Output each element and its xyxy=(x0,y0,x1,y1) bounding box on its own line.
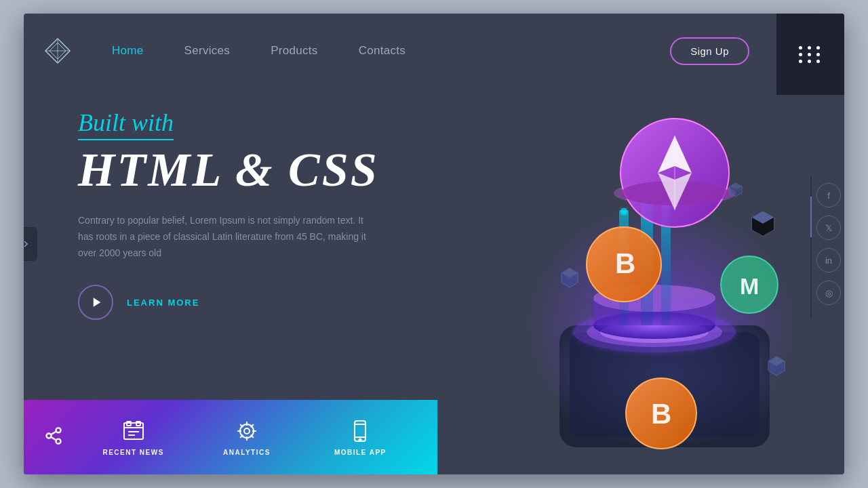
hero-content: Built with HTML & CSS Contrary to popula… xyxy=(24,102,475,400)
built-with-text: Built with xyxy=(78,108,174,140)
nav-contacts[interactable]: Contacts xyxy=(359,44,406,58)
nav-links: Home Services Products Contacts xyxy=(112,44,670,58)
social-sidebar: f 𝕏 in ◎ xyxy=(816,183,844,305)
svg-text:B: B xyxy=(651,398,671,430)
svg-line-52 xyxy=(51,437,56,441)
logo[interactable] xyxy=(44,37,71,64)
recent-news-item[interactable]: RECENT NEWS xyxy=(77,419,190,456)
bottom-bar: RECENT NEWS ANALYTICS xyxy=(24,400,437,474)
main-window: Home Services Products Contacts Sign Up … xyxy=(24,14,844,474)
recent-news-label: RECENT NEWS xyxy=(102,449,163,456)
analytics-label: ANALYTICS xyxy=(223,449,271,456)
cta-row: LEARN MORE xyxy=(78,285,455,320)
navbar: Home Services Products Contacts Sign Up xyxy=(24,14,844,88)
svg-point-61 xyxy=(244,428,250,434)
hero-description: Contrary to popular belief, Lorem Ipsum … xyxy=(78,213,370,261)
scrollbar[interactable] xyxy=(810,176,812,319)
svg-line-53 xyxy=(51,432,56,435)
svg-text:M: M xyxy=(740,273,759,299)
facebook-link[interactable]: f xyxy=(816,183,841,207)
svg-point-51 xyxy=(56,439,61,444)
svg-point-49 xyxy=(56,428,61,432)
analytics-item[interactable]: ANALYTICS xyxy=(190,419,303,456)
svg-point-73 xyxy=(359,439,361,441)
hero-illustration: B M B xyxy=(451,68,824,461)
twitter-link[interactable]: 𝕏 xyxy=(816,216,841,240)
svg-text:B: B xyxy=(615,247,635,279)
svg-point-50 xyxy=(47,434,52,439)
instagram-link[interactable]: ◎ xyxy=(816,281,841,305)
grid-menu-icon xyxy=(799,46,822,63)
svg-marker-4 xyxy=(93,298,100,308)
svg-point-22 xyxy=(620,208,627,215)
share-icon[interactable] xyxy=(44,426,63,448)
mobile-app-label: MOBILE APP xyxy=(334,449,387,456)
nav-services[interactable]: Services xyxy=(184,44,231,58)
menu-panel[interactable] xyxy=(776,14,844,95)
signup-button[interactable]: Sign Up xyxy=(670,37,749,65)
hero-section: Built with HTML & CSS Contrary to popula… xyxy=(24,88,844,400)
scroll-left-indicator[interactable] xyxy=(24,227,37,261)
linkedin-link[interactable]: in xyxy=(816,248,841,272)
main-title: HTML & CSS xyxy=(78,144,455,196)
page-container: Home Services Products Contacts Sign Up … xyxy=(24,14,844,474)
play-button[interactable] xyxy=(78,285,113,320)
mobile-app-item[interactable]: MOBILE APP xyxy=(304,419,417,456)
nav-products[interactable]: Products xyxy=(271,44,318,58)
scrollbar-thumb[interactable] xyxy=(810,197,812,237)
nav-home[interactable]: Home xyxy=(112,44,144,58)
learn-more-link[interactable]: LEARN MORE xyxy=(127,298,199,308)
